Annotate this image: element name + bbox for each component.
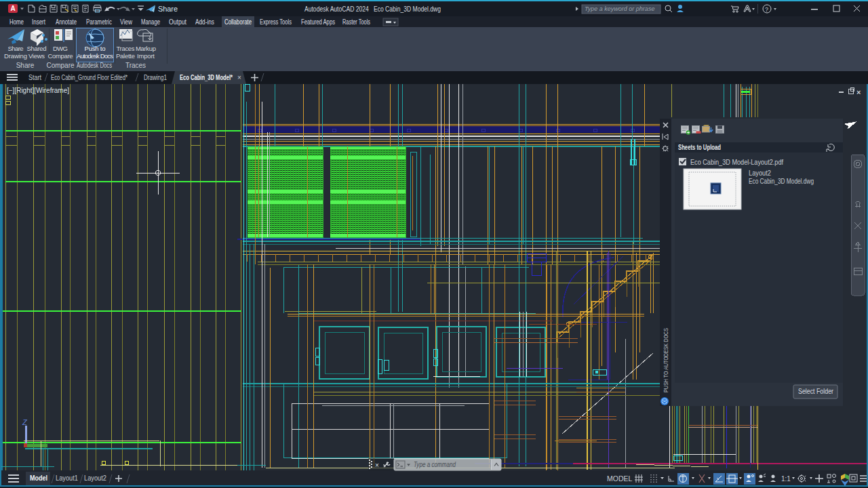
svg-text:Collaborate: Collaborate: [224, 18, 252, 26]
svg-text:Type a keyword or phrase: Type a keyword or phrase: [585, 5, 654, 12]
svg-text:Eco Cabin_3D Model-Layout2.pdf: Eco Cabin_3D Model-Layout2.pdf: [690, 158, 783, 166]
svg-text:DWG: DWG: [53, 45, 68, 52]
svg-text:Compare: Compare: [48, 52, 73, 60]
svg-text:Eco Cabin_3D Model*: Eco Cabin_3D Model*: [180, 74, 233, 81]
svg-text:Parametric: Parametric: [86, 18, 112, 26]
svg-text:Express Tools: Express Tools: [260, 18, 292, 26]
svg-text:Layout2: Layout2: [749, 169, 771, 177]
svg-text:Push to: Push to: [85, 45, 106, 52]
svg-text:Markup: Markup: [136, 45, 156, 52]
svg-text:Autodesk AutoCAD 2024 Eco Ca: Autodesk AutoCAD 2024 Eco Cabin_3D Model…: [304, 5, 441, 13]
svg-text:Output: Output: [169, 18, 186, 26]
svg-text:Shared: Shared: [27, 45, 47, 52]
svg-text:Drawing1: Drawing1: [144, 74, 167, 81]
svg-text:Annotate: Annotate: [56, 18, 77, 26]
svg-text:Model: Model: [30, 474, 47, 482]
svg-text:Eco Cabin_Ground Floor Edited*: Eco Cabin_Ground Floor Edited*: [51, 74, 127, 81]
svg-text:Layout1: Layout1: [56, 474, 78, 482]
svg-text:PUSH TO AUTODESK DOCS: PUSH TO AUTODESK DOCS: [663, 328, 669, 392]
svg-text:Share: Share: [16, 62, 35, 69]
svg-text:Compare: Compare: [46, 62, 75, 69]
svg-text:Traces: Traces: [117, 45, 135, 52]
svg-text:Start: Start: [28, 74, 41, 81]
svg-text:Autodesk Docs: Autodesk Docs: [77, 62, 112, 69]
svg-text:MODEL: MODEL: [607, 474, 633, 483]
svg-text:Manage: Manage: [141, 18, 160, 26]
svg-text:Insert: Insert: [32, 18, 45, 26]
svg-text:1:1: 1:1: [781, 475, 791, 483]
svg-text:Add-ins: Add-ins: [195, 18, 214, 26]
svg-text:A: A: [11, 5, 16, 12]
svg-text:×: ×: [237, 74, 241, 81]
svg-text:Layout2: Layout2: [84, 474, 106, 482]
svg-text:Featured Apps: Featured Apps: [301, 18, 335, 26]
svg-text:Select Folder: Select Folder: [798, 388, 834, 395]
svg-text:Import: Import: [137, 52, 155, 60]
svg-text:Sheets to Upload: Sheets to Upload: [678, 143, 721, 151]
svg-text:Share: Share: [8, 45, 24, 52]
svg-text:×: ×: [856, 88, 861, 96]
svg-text:Traces: Traces: [125, 62, 146, 69]
svg-text:Raster Tools: Raster Tools: [342, 18, 370, 26]
svg-text:Drawing: Drawing: [4, 52, 27, 60]
svg-text:Type a command: Type a command: [414, 461, 456, 468]
svg-text:Palette: Palette: [116, 52, 135, 60]
svg-text:Eco Cabin_3D Model.dwg: Eco Cabin_3D Model.dwg: [749, 177, 814, 185]
svg-text:?: ?: [765, 6, 768, 13]
svg-text:View: View: [120, 18, 132, 26]
svg-text:Views: Views: [28, 52, 45, 60]
svg-text:Home: Home: [9, 18, 24, 26]
svg-text:Share: Share: [158, 5, 178, 13]
svg-text:Z: Z: [22, 418, 28, 426]
svg-text:[−][Right][Wireframe]: [−][Right][Wireframe]: [7, 87, 69, 94]
svg-text:×: ×: [375, 462, 379, 469]
svg-text:Autodesk Docs: Autodesk Docs: [77, 52, 113, 60]
